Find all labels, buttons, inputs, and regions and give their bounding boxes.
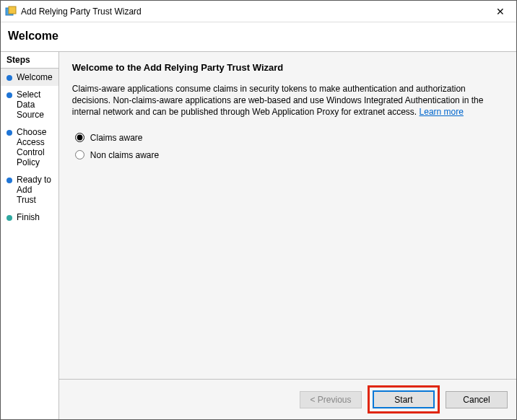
titlebar: Add Relying Party Trust Wizard ✕	[1, 1, 516, 22]
close-icon: ✕	[496, 6, 505, 17]
bullet-icon	[6, 130, 12, 136]
steps-header: Steps	[1, 52, 58, 69]
step-label: Finish	[17, 212, 40, 222]
step-label: Choose Access Control Policy	[17, 127, 53, 167]
learn-more-link[interactable]: Learn more	[420, 107, 464, 117]
radio-label: Claims aware	[90, 133, 143, 143]
step-label: Ready to Add Trust	[17, 175, 53, 205]
svg-rect-1	[9, 6, 16, 14]
step-choose-access-control-policy[interactable]: Choose Access Control Policy	[1, 123, 58, 171]
main-panel: Welcome to the Add Relying Party Trust W…	[59, 52, 516, 419]
bullet-icon	[6, 75, 12, 81]
main-title: Welcome to the Add Relying Party Trust W…	[72, 62, 503, 73]
wizard-body: Steps Welcome Select Data Source Choose …	[1, 51, 516, 419]
page-title: Welcome	[1, 22, 516, 51]
start-highlight: Start	[368, 385, 440, 414]
bullet-icon	[6, 215, 12, 221]
wizard-window: Add Relying Party Trust Wizard ✕ Welcome…	[0, 0, 517, 420]
app-icon	[5, 6, 17, 17]
previous-button: < Previous	[300, 391, 362, 408]
wizard-footer: < Previous Start Cancel	[59, 379, 516, 419]
cancel-button[interactable]: Cancel	[446, 391, 508, 408]
close-button[interactable]: ✕	[484, 1, 516, 22]
window-title: Add Relying Party Trust Wizard	[21, 6, 484, 17]
bullet-icon	[6, 92, 12, 98]
radio-label: Non claims aware	[90, 150, 159, 160]
step-label: Welcome	[17, 72, 53, 82]
steps-sidebar: Steps Welcome Select Data Source Choose …	[1, 52, 59, 419]
bullet-icon	[6, 178, 12, 183]
radio-non-claims-aware[interactable]: Non claims aware	[75, 150, 500, 160]
step-label: Select Data Source	[17, 89, 53, 120]
radio-claims-aware-input[interactable]	[75, 133, 84, 142]
radio-claims-aware[interactable]: Claims aware	[75, 133, 500, 143]
main-description: Claims-aware applications consume claims…	[72, 83, 503, 118]
step-select-data-source[interactable]: Select Data Source	[1, 86, 58, 123]
radio-non-claims-aware-input[interactable]	[75, 150, 84, 159]
step-ready-to-add-trust[interactable]: Ready to Add Trust	[1, 171, 58, 209]
step-welcome[interactable]: Welcome	[1, 69, 58, 86]
step-finish[interactable]: Finish	[1, 209, 58, 226]
main-content: Welcome to the Add Relying Party Trust W…	[59, 52, 516, 379]
start-button[interactable]: Start	[373, 390, 435, 408]
